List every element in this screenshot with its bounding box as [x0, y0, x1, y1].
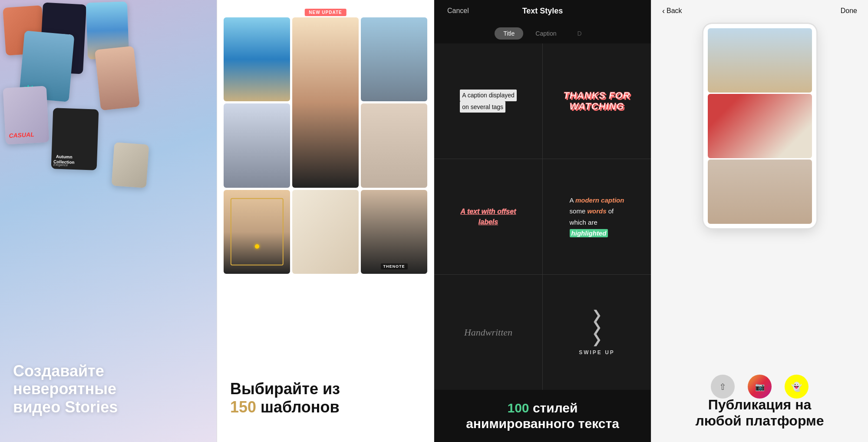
count-number: 100 [507, 401, 529, 415]
style-swipeup-content: ❯❯❯ SWIPE UP [579, 309, 615, 356]
count-text-2: анимированного текста [466, 416, 619, 431]
photo-couple-1 [361, 17, 427, 101]
style-handwritten-text: Handwritten [464, 327, 512, 338]
style-cell-6[interactable]: ❯❯❯ SWIPE UP [543, 275, 651, 390]
back-label: Back [667, 7, 682, 15]
tag-1: A caption displayed [460, 90, 517, 101]
panel-4-heading-1: Публикация на [708, 397, 812, 412]
panel-2-text: Выбирайте из 150 шаблонов [230, 380, 425, 416]
swipe-arrows-icon: ❯❯❯ [579, 309, 615, 346]
panel-1-heading: Создавайте [13, 362, 104, 380]
done-button[interactable]: Done [841, 7, 857, 15]
panel-3: Cancel Text Styles Cancel Title Caption … [434, 0, 651, 442]
share-instagram-button[interactable]: 📷 [748, 375, 772, 399]
elegance-label: Elegance [53, 163, 68, 167]
panel-1-cards: alti alti CASUAL AutumnCollection Elegan… [0, 0, 217, 265]
text-style-tabs: Title Caption D [434, 24, 651, 43]
card-portrait-2 [95, 46, 140, 111]
panel-4-header: ‹ Back Done [651, 0, 868, 22]
panel-2: NEW UPDATE THENOTE Выбирайте из 150 шабл… [217, 0, 434, 442]
card-casual: CASUAL [3, 86, 50, 144]
animated-styles-count: 100 стилей анимированного текста [466, 400, 619, 432]
panel-1-text: Создавайте невероятные видео Stories [13, 362, 208, 416]
photo-woman-1 [292, 17, 359, 188]
share-row: ⇧ 📷 👻 [651, 375, 868, 399]
count-text-1: стилей [529, 401, 578, 415]
share-snapchat-button[interactable]: 👻 [785, 375, 809, 399]
panel-4: ‹ Back Done ⇧ 📷 👻 Публикация на любой [651, 0, 868, 442]
flowers-bg [708, 94, 812, 158]
panel-4-text: Публикация на любой платформе [651, 397, 868, 429]
style-cell-4[interactable]: A modern caption some words of which are… [543, 159, 651, 274]
text-styles-title: Text Styles [522, 7, 563, 16]
panel-2-heading-1: Выбирайте из [230, 380, 340, 398]
photo-couple-kiss-container [708, 160, 812, 224]
couple-kiss-bg [708, 160, 812, 224]
panel-3-bottom: 100 стилей анимированного текста [434, 390, 651, 442]
style-caption-tags-text: A caption displayed on several tags [460, 90, 517, 113]
couple-beach-bg [708, 28, 812, 93]
panel-1: alti alti CASUAL AutumnCollection Elegan… [0, 0, 217, 442]
photo-couple-beach [708, 28, 812, 93]
tag-2: on several tags [460, 101, 505, 113]
thenote-label: THENOTE [380, 263, 407, 269]
modern-highlight-word-2: words [587, 207, 606, 215]
photo-city [224, 103, 290, 187]
snapchat-icon: 👻 [791, 382, 802, 392]
style-offset-text: A text with offsetlabels [460, 206, 516, 227]
chevron-left-icon: ‹ [662, 7, 665, 16]
back-button[interactable]: ‹ Back [662, 7, 682, 16]
style-cell-1[interactable]: A caption displayed on several tags [434, 43, 542, 159]
gold-frame [230, 198, 283, 266]
photo-ocean [224, 17, 290, 101]
panel-2-heading-suffix: шаблонов [261, 398, 340, 416]
phone-mockup [703, 24, 816, 228]
modern-highlight-word-1: modern caption [575, 196, 624, 204]
new-update-badge: NEW UPDATE [304, 9, 346, 16]
photo-flowers-container [708, 94, 812, 158]
card-autumn: AutumnCollection Elegance [51, 108, 99, 170]
tab-title[interactable]: Title [495, 27, 523, 40]
style-modern-text: A modern caption some words of which are… [570, 195, 624, 239]
tab-caption[interactable]: Caption [527, 27, 565, 40]
panel-2-collage: THENOTE [217, 13, 434, 278]
swipe-up-text: SWIPE UP [579, 349, 615, 356]
header-spacer: Cancel [616, 7, 638, 15]
cancel-button[interactable]: Cancel [447, 7, 469, 15]
photo-woman-frame [224, 190, 290, 274]
panel-2-highlight-number: 150 [230, 398, 256, 416]
style-cell-2[interactable]: THANKS FORWATCHING [543, 43, 651, 159]
casual-label: CASUAL [9, 131, 34, 139]
circle-accent [255, 244, 259, 249]
panel-1-heading-2: невероятные [13, 380, 116, 398]
card-small [112, 142, 149, 188]
text-styles-grid: A caption displayed on several tags THAN… [434, 43, 651, 390]
panel-4-heading-2: любой платформе [696, 413, 824, 429]
upload-icon: ⇧ [719, 382, 726, 392]
tab-more[interactable]: D [569, 27, 591, 40]
instagram-icon: 📷 [755, 382, 765, 392]
photo-woman-2: THENOTE [361, 190, 427, 274]
style-cell-5[interactable]: Handwritten [434, 275, 542, 390]
photo-person-2 [361, 103, 427, 187]
modern-highlight-word-3: highlighted [570, 229, 608, 237]
panel-3-header: Cancel Text Styles Cancel [434, 0, 651, 22]
share-upload-button[interactable]: ⇧ [711, 375, 735, 399]
panel-2-heading-2: 150 шаблонов [230, 398, 340, 416]
style-cell-3[interactable]: A text with offsetlabels [434, 159, 542, 274]
photo-shoes [292, 190, 359, 274]
panel-1-heading-3: видео Stories [13, 398, 118, 416]
style-thanks-text: THANKS FORWATCHING [563, 90, 630, 111]
